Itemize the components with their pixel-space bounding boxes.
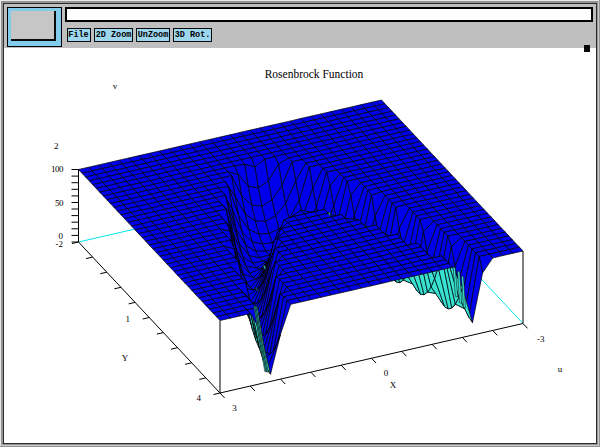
svg-text:-3: -3 bbox=[537, 334, 545, 344]
svg-text:0: 0 bbox=[384, 368, 389, 378]
svg-text:1: 1 bbox=[126, 314, 131, 324]
svg-text:4: 4 bbox=[197, 393, 202, 403]
svg-text:Rosenbrock Function: Rosenbrock Function bbox=[265, 68, 364, 80]
svg-text:100: 100 bbox=[51, 164, 64, 174]
svg-text:50: 50 bbox=[55, 198, 64, 208]
svg-text:Y: Y bbox=[122, 353, 129, 363]
svg-text:v: v bbox=[113, 81, 118, 91]
svg-text:3: 3 bbox=[232, 403, 237, 413]
svg-text:2: 2 bbox=[54, 141, 59, 151]
svg-text:-2: -2 bbox=[56, 239, 64, 249]
svg-text:X: X bbox=[390, 380, 397, 390]
svg-text:u: u bbox=[558, 364, 563, 374]
